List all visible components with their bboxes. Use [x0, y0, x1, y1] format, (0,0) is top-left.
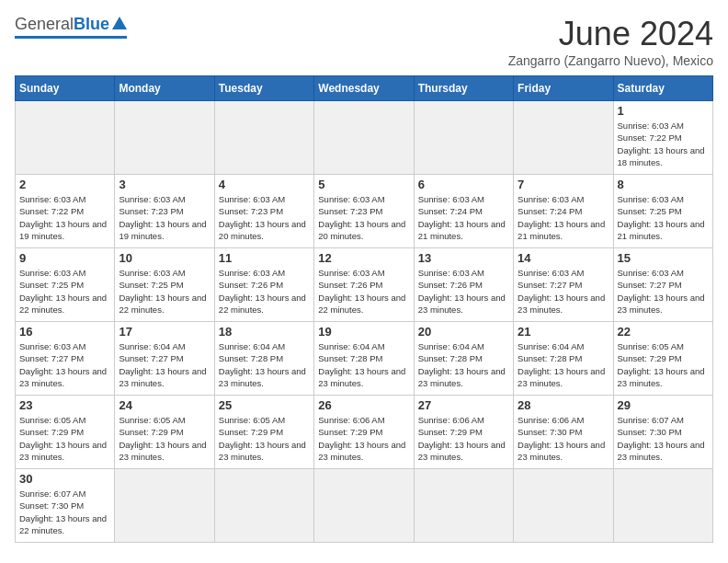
- calendar-cell: [314, 469, 414, 543]
- calendar-week-3: 9Sunrise: 6:03 AM Sunset: 7:25 PM Daylig…: [16, 248, 713, 322]
- calendar-cell: 19Sunrise: 6:04 AM Sunset: 7:28 PM Dayli…: [314, 322, 414, 396]
- day-number: 3: [119, 178, 210, 191]
- calendar-cell: 2Sunrise: 6:03 AM Sunset: 7:22 PM Daylig…: [16, 175, 115, 248]
- day-info: Sunrise: 6:03 AM Sunset: 7:23 PM Dayligh…: [219, 193, 310, 242]
- day-number: 11: [219, 251, 310, 265]
- day-info: Sunrise: 6:04 AM Sunset: 7:28 PM Dayligh…: [219, 340, 310, 389]
- day-number: 25: [219, 398, 310, 412]
- calendar-title: June 2024: [508, 15, 713, 53]
- day-number: 2: [19, 178, 110, 191]
- day-number: 19: [318, 325, 409, 339]
- calendar-cell: 28Sunrise: 6:06 AM Sunset: 7:30 PM Dayli…: [514, 396, 613, 469]
- calendar-cell: 22Sunrise: 6:05 AM Sunset: 7:29 PM Dayli…: [613, 322, 712, 396]
- logo-underline: [15, 36, 127, 39]
- title-area: June 2024 Zangarro (Zangarro Nuevo), Mex…: [508, 15, 713, 68]
- day-number: 29: [618, 398, 709, 412]
- calendar-cell: 26Sunrise: 6:06 AM Sunset: 7:29 PM Dayli…: [314, 396, 414, 469]
- day-info: Sunrise: 6:06 AM Sunset: 7:30 PM Dayligh…: [518, 414, 609, 463]
- day-number: 10: [119, 251, 210, 265]
- day-number: 20: [418, 325, 509, 339]
- header-day-monday: Monday: [115, 76, 214, 101]
- calendar-cell: [214, 469, 313, 543]
- header-day-friday: Friday: [514, 76, 613, 101]
- calendar-cell: 13Sunrise: 6:03 AM Sunset: 7:26 PM Dayli…: [414, 248, 513, 322]
- day-number: 14: [518, 251, 609, 265]
- header-day-sunday: Sunday: [16, 76, 115, 101]
- day-info: Sunrise: 6:04 AM Sunset: 7:28 PM Dayligh…: [318, 340, 409, 389]
- day-number: 9: [19, 251, 110, 265]
- calendar-cell: 8Sunrise: 6:03 AM Sunset: 7:25 PM Daylig…: [613, 175, 712, 248]
- calendar-week-2: 2Sunrise: 6:03 AM Sunset: 7:22 PM Daylig…: [16, 175, 713, 248]
- day-number: 7: [518, 178, 609, 191]
- day-info: Sunrise: 6:03 AM Sunset: 7:25 PM Dayligh…: [119, 267, 210, 316]
- day-info: Sunrise: 6:07 AM Sunset: 7:30 PM Dayligh…: [618, 414, 709, 463]
- day-number: 4: [219, 178, 310, 191]
- day-info: Sunrise: 6:03 AM Sunset: 7:22 PM Dayligh…: [19, 193, 110, 242]
- day-info: Sunrise: 6:03 AM Sunset: 7:23 PM Dayligh…: [318, 193, 409, 242]
- header-day-wednesday: Wednesday: [314, 76, 414, 101]
- day-info: Sunrise: 6:06 AM Sunset: 7:29 PM Dayligh…: [318, 414, 409, 463]
- day-number: 6: [418, 178, 509, 191]
- calendar-cell: 11Sunrise: 6:03 AM Sunset: 7:26 PM Dayli…: [214, 248, 313, 322]
- day-number: 28: [518, 398, 609, 412]
- header-day-saturday: Saturday: [613, 76, 712, 101]
- calendar-cell: [314, 101, 414, 175]
- day-info: Sunrise: 6:06 AM Sunset: 7:29 PM Dayligh…: [418, 414, 509, 463]
- calendar-cell: [613, 469, 712, 543]
- calendar-cell: 6Sunrise: 6:03 AM Sunset: 7:24 PM Daylig…: [414, 175, 513, 248]
- calendar-cell: 10Sunrise: 6:03 AM Sunset: 7:25 PM Dayli…: [115, 248, 214, 322]
- day-number: 23: [19, 398, 110, 412]
- day-number: 12: [318, 251, 409, 265]
- day-number: 22: [618, 325, 709, 339]
- day-number: 5: [318, 178, 409, 191]
- calendar-cell: 21Sunrise: 6:04 AM Sunset: 7:28 PM Dayli…: [514, 322, 613, 396]
- day-info: Sunrise: 6:03 AM Sunset: 7:27 PM Dayligh…: [618, 267, 709, 316]
- calendar-cell: 27Sunrise: 6:06 AM Sunset: 7:29 PM Dayli…: [414, 396, 513, 469]
- calendar-cell: [115, 469, 214, 543]
- logo-blue-text: Blue: [74, 15, 109, 34]
- calendar-cell: 1Sunrise: 6:03 AM Sunset: 7:22 PM Daylig…: [613, 101, 712, 175]
- day-number: 15: [618, 251, 709, 265]
- calendar-cell: 30Sunrise: 6:07 AM Sunset: 7:30 PM Dayli…: [16, 469, 115, 543]
- calendar-cell: 14Sunrise: 6:03 AM Sunset: 7:27 PM Dayli…: [514, 248, 613, 322]
- day-info: Sunrise: 6:05 AM Sunset: 7:29 PM Dayligh…: [219, 414, 310, 463]
- calendar-cell: 15Sunrise: 6:03 AM Sunset: 7:27 PM Dayli…: [613, 248, 712, 322]
- calendar-cell: 5Sunrise: 6:03 AM Sunset: 7:23 PM Daylig…: [314, 175, 414, 248]
- day-info: Sunrise: 6:03 AM Sunset: 7:26 PM Dayligh…: [318, 267, 409, 316]
- day-number: 16: [19, 325, 110, 339]
- day-number: 21: [518, 325, 609, 339]
- day-info: Sunrise: 6:05 AM Sunset: 7:29 PM Dayligh…: [119, 414, 210, 463]
- day-number: 13: [418, 251, 509, 265]
- day-info: Sunrise: 6:04 AM Sunset: 7:27 PM Dayligh…: [119, 340, 210, 389]
- logo: General Blue: [15, 15, 127, 39]
- calendar-cell: 16Sunrise: 6:03 AM Sunset: 7:27 PM Dayli…: [16, 322, 115, 396]
- day-number: 24: [119, 398, 210, 412]
- day-number: 30: [19, 472, 110, 486]
- calendar-cell: [514, 101, 613, 175]
- calendar-cell: [214, 101, 313, 175]
- calendar-cell: 29Sunrise: 6:07 AM Sunset: 7:30 PM Dayli…: [613, 396, 712, 469]
- calendar-cell: 17Sunrise: 6:04 AM Sunset: 7:27 PM Dayli…: [115, 322, 214, 396]
- day-info: Sunrise: 6:05 AM Sunset: 7:29 PM Dayligh…: [19, 414, 110, 463]
- calendar-cell: [414, 469, 513, 543]
- day-info: Sunrise: 6:03 AM Sunset: 7:27 PM Dayligh…: [518, 267, 609, 316]
- calendar-cell: 12Sunrise: 6:03 AM Sunset: 7:26 PM Dayli…: [314, 248, 414, 322]
- day-info: Sunrise: 6:03 AM Sunset: 7:24 PM Dayligh…: [518, 193, 609, 242]
- day-info: Sunrise: 6:03 AM Sunset: 7:26 PM Dayligh…: [219, 267, 310, 316]
- calendar-cell: 7Sunrise: 6:03 AM Sunset: 7:24 PM Daylig…: [514, 175, 613, 248]
- day-number: 27: [418, 398, 509, 412]
- day-info: Sunrise: 6:03 AM Sunset: 7:25 PM Dayligh…: [19, 267, 110, 316]
- day-number: 8: [618, 178, 709, 191]
- calendar-week-1: 1Sunrise: 6:03 AM Sunset: 7:22 PM Daylig…: [16, 101, 713, 175]
- logo-general-text: General: [15, 15, 74, 34]
- calendar-cell: 4Sunrise: 6:03 AM Sunset: 7:23 PM Daylig…: [214, 175, 313, 248]
- day-info: Sunrise: 6:03 AM Sunset: 7:22 PM Dayligh…: [618, 120, 709, 168]
- calendar-week-4: 16Sunrise: 6:03 AM Sunset: 7:27 PM Dayli…: [16, 322, 713, 396]
- day-number: 18: [219, 325, 310, 339]
- calendar-table: SundayMondayTuesdayWednesdayThursdayFrid…: [15, 75, 713, 543]
- calendar-cell: [16, 101, 115, 175]
- day-info: Sunrise: 6:04 AM Sunset: 7:28 PM Dayligh…: [518, 340, 609, 389]
- day-info: Sunrise: 6:07 AM Sunset: 7:30 PM Dayligh…: [19, 488, 110, 536]
- calendar-cell: [414, 101, 513, 175]
- days-header-row: SundayMondayTuesdayWednesdayThursdayFrid…: [16, 76, 713, 101]
